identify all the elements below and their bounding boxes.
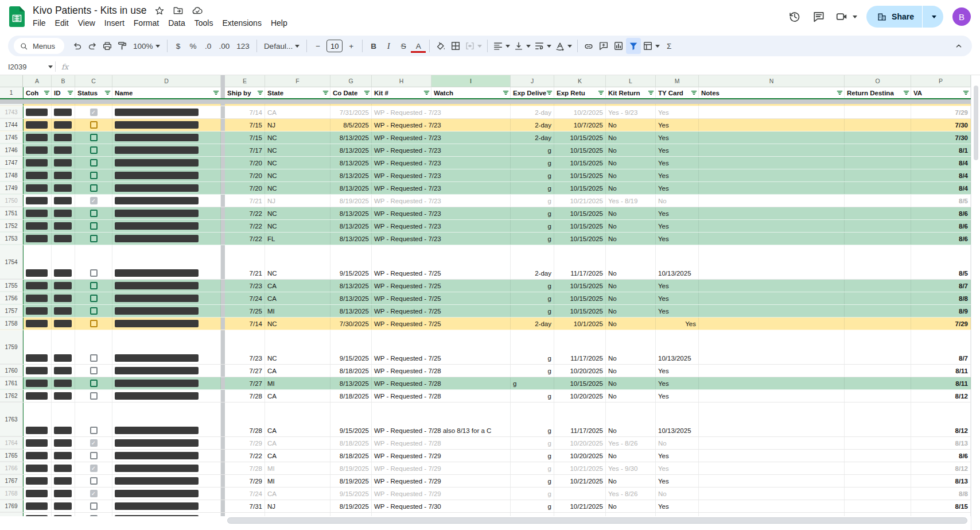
cell[interactable]: NJ (265, 500, 330, 512)
cell[interactable] (52, 207, 75, 219)
cell[interactable] (52, 390, 75, 402)
cell[interactable]: 2-day (511, 106, 554, 118)
header-watch[interactable]: Watch (431, 87, 511, 98)
row-header-1750[interactable]: 1750 (0, 195, 23, 207)
cell[interactable]: 8/18/2025 (330, 390, 372, 402)
menu-tools[interactable]: Tools (190, 17, 218, 29)
cell[interactable]: 8/5 (911, 195, 971, 207)
cell[interactable]: g (511, 144, 554, 156)
cell[interactable] (699, 488, 845, 500)
insert-link-button[interactable] (581, 38, 596, 54)
cell[interactable]: g (511, 195, 554, 207)
cell[interactable] (845, 169, 911, 181)
cell[interactable]: NC (265, 318, 330, 330)
cell[interactable]: 8/13/2025 (330, 280, 372, 292)
menu-insert[interactable]: Insert (100, 17, 129, 29)
frozen-column-divider[interactable] (221, 488, 225, 500)
cell[interactable] (75, 233, 112, 245)
cell[interactable] (699, 104, 845, 106)
cell[interactable]: 8/19/2025 (330, 195, 372, 207)
checkbox[interactable] (90, 367, 98, 374)
cell[interactable] (75, 390, 112, 402)
cell[interactable]: No (606, 475, 656, 487)
cell[interactable]: 8/13/2025 (330, 305, 372, 317)
row-header-1768[interactable]: 1768 (0, 488, 23, 500)
cell[interactable] (112, 220, 221, 232)
row-header-1757[interactable]: 1757 (0, 305, 23, 317)
cell[interactable]: 8/18/2025 (330, 365, 372, 377)
checkbox[interactable] (90, 222, 98, 230)
star-icon[interactable] (154, 6, 165, 16)
cell[interactable] (23, 169, 52, 181)
cell[interactable]: No (606, 233, 656, 245)
cell[interactable]: Yes (656, 220, 699, 232)
cell[interactable] (330, 513, 372, 516)
cell[interactable]: 8/18/2025 (330, 437, 372, 449)
cell[interactable] (52, 513, 75, 516)
cell[interactable] (845, 488, 911, 500)
row-header-1748[interactable]: 1748 (0, 169, 23, 181)
checkbox[interactable] (90, 502, 98, 510)
cell[interactable] (52, 169, 75, 181)
cell[interactable]: No (606, 157, 656, 169)
borders-button[interactable] (448, 38, 463, 54)
cell[interactable] (75, 450, 112, 462)
cell[interactable] (845, 475, 911, 487)
cell[interactable]: Yes (656, 450, 699, 462)
cell[interactable]: No (606, 450, 656, 462)
cell[interactable]: 7/30 (911, 131, 971, 144)
cell[interactable] (511, 513, 554, 516)
cell[interactable] (845, 104, 911, 106)
cell[interactable] (845, 292, 911, 304)
cell[interactable] (23, 318, 52, 330)
cell[interactable]: 7/29 (225, 475, 265, 487)
cell[interactable] (75, 500, 112, 512)
cell[interactable]: 7/29 (911, 106, 971, 118)
cell[interactable]: 7/29 (911, 318, 971, 330)
cell[interactable]: g (511, 377, 554, 389)
cell[interactable]: WP - Requested - 7/25 (372, 330, 511, 364)
cell[interactable]: WP - Requested - 7/23 (372, 169, 511, 181)
checkbox[interactable] (90, 452, 98, 459)
cell[interactable]: No (606, 305, 656, 317)
cell[interactable] (52, 280, 75, 292)
cell[interactable] (911, 513, 971, 516)
cell[interactable]: 7/15 (225, 131, 265, 144)
cell[interactable]: 8/8 (911, 292, 971, 304)
cell[interactable]: 7/15 (225, 119, 265, 131)
cell[interactable]: Yes (656, 119, 699, 131)
cell[interactable] (845, 233, 911, 245)
cell[interactable]: No (606, 365, 656, 377)
cell[interactable]: 10/15/2025 (554, 182, 606, 194)
undo-button[interactable] (70, 38, 85, 54)
frozen-column-divider[interactable] (221, 233, 225, 245)
cell[interactable] (112, 182, 221, 194)
cell[interactable] (23, 488, 52, 500)
header-name[interactable]: Name (112, 87, 221, 98)
cell[interactable]: ✓ (75, 437, 112, 449)
cell[interactable]: 8/13 (911, 437, 971, 449)
column-J[interactable]: J (511, 75, 554, 87)
menu-extensions[interactable]: Extensions (217, 17, 266, 29)
cell[interactable]: 10/15/2025 (554, 157, 606, 169)
cell[interactable]: g (511, 233, 554, 245)
account-avatar[interactable]: B (952, 7, 971, 26)
cell[interactable] (52, 462, 75, 474)
cell[interactable]: WP - Requested - 7/28 (372, 365, 511, 377)
cell[interactable]: 8/12 (911, 403, 971, 436)
cell[interactable] (23, 207, 52, 219)
cell[interactable] (75, 365, 112, 377)
cell[interactable] (112, 437, 221, 449)
cell[interactable]: g (511, 403, 554, 436)
frozen-column-divider[interactable] (221, 462, 225, 474)
horizontal-scrollbar[interactable] (0, 517, 971, 525)
cell[interactable] (699, 305, 845, 317)
cell[interactable] (112, 233, 221, 245)
cell[interactable] (75, 131, 112, 144)
cell[interactable] (23, 144, 52, 156)
cell[interactable]: 10/15/2025 (554, 292, 606, 304)
cell[interactable]: 2-day (511, 318, 554, 330)
checkbox[interactable]: ✓ (90, 197, 98, 204)
cell[interactable] (23, 245, 52, 279)
cell[interactable]: 10/13/2025 (656, 330, 699, 364)
